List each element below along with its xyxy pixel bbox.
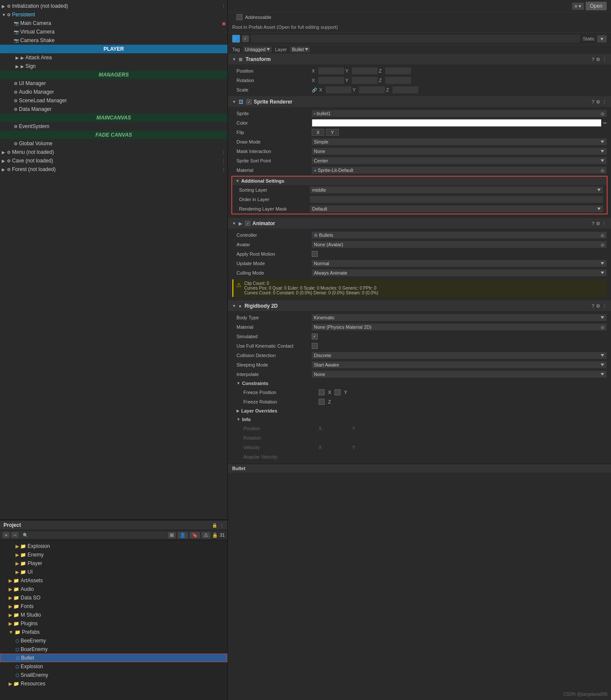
minus-button[interactable]: − xyxy=(11,532,18,538)
tree-item-cave[interactable]: ▶ ⚙ Cave (not loaded) ⋮ xyxy=(0,156,227,165)
order-in-layer-input[interactable]: 1 xyxy=(310,196,603,203)
rot-y-input[interactable]: 0 xyxy=(352,77,378,84)
proj-enemy-folder[interactable]: ▶ 📁 Enemy xyxy=(0,550,227,559)
more-icon[interactable]: ⋮ xyxy=(220,523,224,528)
simulated-checkbox[interactable] xyxy=(312,333,318,339)
material-target-btn[interactable]: ◎ xyxy=(601,168,605,173)
scale-y-input[interactable]: 1 xyxy=(359,86,385,93)
transform-help-icon[interactable]: ? xyxy=(592,57,594,62)
transform-more-icon[interactable]: ⋮ xyxy=(602,57,607,62)
warning-btn[interactable]: ⚠ xyxy=(202,532,210,538)
transform-header[interactable]: ▼ ⊞ Transform ? ⚙ ⋮ xyxy=(228,54,611,64)
tag-select[interactable]: Untagged xyxy=(243,46,272,52)
transform-settings-icon[interactable]: ⚙ xyxy=(596,57,600,62)
sleeping-mode-select[interactable]: Start Awake xyxy=(312,361,607,368)
animator-checkbox[interactable] xyxy=(245,221,250,226)
rb2d-material-obj[interactable]: None (Physics Material 2D) ◎ xyxy=(312,324,607,330)
proj-player-folder[interactable]: ▶ 📁 Player xyxy=(0,559,227,568)
static-dropdown-btn[interactable]: ▾ xyxy=(597,35,607,43)
proj-resources-folder[interactable]: ▶ 📁 Resources xyxy=(0,679,227,688)
tree-item-camera-shake[interactable]: 📷 Camera Shake xyxy=(0,36,227,45)
tree-item-data-manager[interactable]: ⚙ Data Manager xyxy=(0,105,227,113)
pos-y-input[interactable]: -9.78 xyxy=(352,67,378,74)
tree-item-init[interactable]: ▶ ⚙ Initialization (not loaded) ⋮ xyxy=(0,2,227,10)
tree-item-ui-manager[interactable]: ⚙ UI Manager xyxy=(0,79,227,88)
proj-beeenemy[interactable]: ⬡ BeeEnemy xyxy=(0,636,227,645)
rb2d-help-icon[interactable]: ? xyxy=(592,303,594,309)
proj-fonts-folder[interactable]: ▶ 📁 Fonts xyxy=(0,602,227,611)
sprite-sort-point-select[interactable]: Center xyxy=(312,157,607,164)
addressable-checkbox[interactable] xyxy=(236,14,243,20)
layer-overrides-header[interactable]: ▶ Layer Overrides xyxy=(228,407,611,415)
culling-mode-select[interactable]: Always Animate xyxy=(312,269,607,276)
lock-icon[interactable]: 🔒 xyxy=(212,523,217,528)
proj-bullet[interactable]: ⬡ Bullet xyxy=(0,654,227,662)
info-header[interactable]: ▼ Info xyxy=(228,415,611,424)
apply-root-motion-checkbox[interactable] xyxy=(312,251,318,257)
tree-item-audio-manager[interactable]: ⚙ Audio Manager xyxy=(0,88,227,96)
proj-dataso-folder[interactable]: ▶ 📁 Data SO xyxy=(0,593,227,602)
rot-x-input[interactable]: 0 xyxy=(318,77,344,84)
rendering-layer-mask-select[interactable]: Default xyxy=(310,205,603,212)
list-view-button[interactable]: ≡ ▾ xyxy=(572,3,583,10)
avatar-obj[interactable]: None (Avatar) ◎ xyxy=(312,241,607,248)
proj-ui-folder[interactable]: ▶ 📁 UI xyxy=(0,568,227,576)
proj-artassets-folder[interactable]: ▶ 📁 ArtAssets xyxy=(0,576,227,585)
rb2d-material-target-btn[interactable]: ◎ xyxy=(601,325,605,330)
flip-x-button[interactable]: X xyxy=(312,129,324,136)
animator-help-icon[interactable]: ? xyxy=(592,221,594,226)
tree-item-sign[interactable]: ▶ ▶ Sign xyxy=(0,62,227,70)
collision-detection-select[interactable]: Discrete xyxy=(312,352,607,359)
filter-btn[interactable]: 🔖 xyxy=(190,532,200,538)
add-button[interactable]: + xyxy=(3,532,9,538)
tree-item-forest[interactable]: ▶ ⚙ Forest (not loaded) ⋮ xyxy=(0,165,227,174)
tree-item-persistent[interactable]: ▼ ⚙ Persistent xyxy=(0,10,227,19)
sprite-renderer-header[interactable]: ▼ 🖼 Sprite Renderer ? ⚙ ⋮ xyxy=(228,97,611,107)
group-btn[interactable]: 👤 xyxy=(178,532,188,538)
proj-prefabs-folder[interactable]: ▼ 📁 Prefabs xyxy=(0,628,227,636)
proj-mstudio-folder[interactable]: ▶ 📁 M Studio xyxy=(0,611,227,619)
rb2d-more-icon[interactable]: ⋮ xyxy=(602,303,607,309)
sr-more-icon[interactable]: ⋮ xyxy=(602,99,607,105)
draw-mode-select[interactable]: Simple xyxy=(312,138,607,145)
pos-z-input[interactable]: 0 xyxy=(385,67,411,74)
color-picker-icon[interactable]: ✏ xyxy=(603,121,607,125)
constraints-header[interactable]: ▼ Constraints xyxy=(228,379,611,388)
scale-z-input[interactable]: 1 xyxy=(393,86,418,93)
freeze-pos-y-checkbox[interactable] xyxy=(335,389,341,395)
sr-settings-icon[interactable]: ⚙ xyxy=(596,99,600,105)
proj-audio-folder[interactable]: ▶ 📁 Audio xyxy=(0,585,227,593)
search-input[interactable] xyxy=(30,532,163,538)
update-mode-select[interactable]: Normal xyxy=(312,260,607,267)
material-obj[interactable]: ●Sprite-Lit-Default ◎ xyxy=(312,167,607,174)
go-active-checkbox[interactable] xyxy=(243,36,249,42)
full-kinematic-checkbox[interactable] xyxy=(312,343,318,349)
animator-more-icon[interactable]: ⋮ xyxy=(602,221,607,226)
open-button[interactable]: Open xyxy=(586,2,607,10)
scale-x-input[interactable]: 1 xyxy=(325,86,351,93)
proj-plugins-folder[interactable]: ▶ 📁 Plugins xyxy=(0,619,227,628)
interpolate-select[interactable]: None xyxy=(312,371,607,378)
animator-settings-icon[interactable]: ⚙ xyxy=(596,221,600,226)
thumbnail-btn[interactable]: ⊞ xyxy=(168,532,176,538)
rb2d-settings-icon[interactable]: ⚙ xyxy=(596,303,600,309)
rot-z-input[interactable]: 0 xyxy=(385,77,411,84)
sprite-obj[interactable]: ▪bullet1 ◎ xyxy=(312,110,607,117)
sprite-target-btn[interactable]: ◎ xyxy=(601,111,605,116)
proj-explosion[interactable]: ⬡ Explosion xyxy=(0,662,227,671)
proj-snailenemy[interactable]: ⬡ SnailEnemy xyxy=(0,671,227,679)
tree-item-attack-area[interactable]: ▶ ▶ Attack Area xyxy=(0,53,227,62)
flip-y-button[interactable]: Y xyxy=(326,129,338,136)
sr-checkbox[interactable] xyxy=(246,99,252,104)
mask-interaction-select[interactable]: None xyxy=(312,148,607,155)
tree-item-virtual-camera[interactable]: 📷 Virtual Camera xyxy=(0,28,227,36)
sorting-layer-select[interactable]: middle xyxy=(310,186,603,193)
body-type-select[interactable]: Kinematic xyxy=(312,314,607,321)
proj-explosion-folder[interactable]: ▶ 📁 Explosion xyxy=(0,542,227,550)
tree-item-menu[interactable]: ▶ ⚙ Menu (not loaded) ⋮ xyxy=(0,148,227,156)
controller-obj[interactable]: ⚙Bullets ◎ xyxy=(312,232,607,238)
tree-item-sceneload-manager[interactable]: ⚙ SceneLoad Manager xyxy=(0,96,227,105)
freeze-rot-z-checkbox[interactable] xyxy=(319,399,325,405)
tree-item-main-camera[interactable]: 📷 Main Camera ▣ xyxy=(0,19,227,28)
avatar-target-btn[interactable]: ◎ xyxy=(601,242,605,247)
